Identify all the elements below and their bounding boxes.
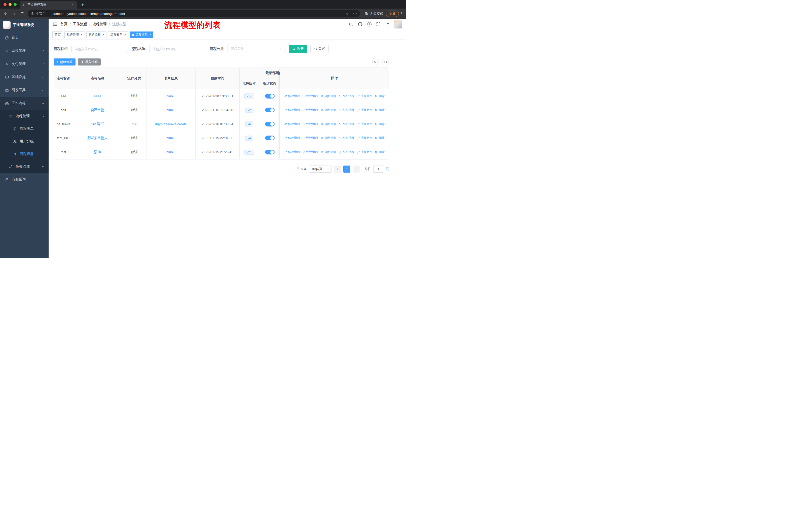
sidebar-item-user-group[interactable]: 用户分组 (0, 135, 49, 147)
close-icon[interactable] (102, 33, 105, 36)
process-name-link[interactable]: eeee (94, 94, 101, 98)
breadcrumb-item[interactable]: 首页 (60, 22, 67, 26)
process-name-input[interactable] (149, 45, 206, 53)
close-icon[interactable] (80, 33, 83, 36)
next-page-button[interactable] (353, 166, 360, 172)
form-info-link[interactable]: /bpm/oa/leave/create (155, 122, 187, 126)
op-edit-process[interactable]: 修改流程 (284, 150, 300, 154)
tab-close-icon[interactable] (70, 3, 75, 7)
op-design-process[interactable]: 设计流程 (302, 108, 318, 112)
menu-fold-icon[interactable] (52, 22, 57, 26)
sidebar-item-process-model[interactable]: 流程模型 (0, 147, 49, 160)
new-tab-button[interactable] (79, 1, 86, 8)
op-design-process[interactable]: 设计流程 (302, 94, 318, 98)
browser-tab[interactable]: 芋道管理系统 (20, 1, 77, 8)
github-icon[interactable] (358, 22, 362, 26)
tag-my-process[interactable]: 我的流程 (86, 31, 107, 38)
close-icon[interactable] (149, 33, 151, 36)
breadcrumb-item[interactable]: 流程管理 (93, 22, 107, 26)
maximize-window-button[interactable] (13, 3, 17, 6)
form-info-link[interactable]: biubiu (166, 150, 175, 154)
op-delete[interactable]: 删除 (375, 94, 385, 98)
op-process-definition[interactable]: 流程定义 (357, 94, 373, 98)
sidebar-item-dev-tools[interactable]: 研发工具 (0, 84, 49, 97)
active-toggle[interactable] (265, 136, 274, 140)
help-icon[interactable] (367, 22, 372, 26)
reset-button[interactable]: 重置 (310, 45, 329, 53)
active-toggle[interactable] (265, 150, 274, 155)
password-key-icon[interactable] (346, 12, 350, 16)
logo[interactable]: 芋道管理系统 (0, 19, 49, 31)
create-process-button[interactable]: + 新建流程 (54, 58, 76, 65)
op-publish-process[interactable]: 发布流程 (339, 150, 354, 154)
search-icon[interactable] (349, 22, 353, 26)
tag-home[interactable]: 首页 (52, 31, 63, 38)
minimize-window-button[interactable] (8, 3, 11, 6)
browser-menu-icon[interactable] (400, 11, 404, 16)
op-edit-process[interactable]: 修改流程 (284, 122, 300, 126)
page-size-select[interactable]: 10条/页 (309, 166, 332, 172)
sidebar-item-payment-management[interactable]: ¥ 支付管理 (0, 57, 49, 71)
sidebar-item-leave-query[interactable]: 请假查询 (0, 173, 49, 186)
sidebar-item-workflow[interactable]: 工作流程 (0, 97, 49, 110)
process-name-link[interactable]: 测试多审批人 (87, 136, 108, 140)
page-number-button[interactable]: 1 (343, 166, 350, 172)
reload-button[interactable] (18, 10, 26, 18)
tag-process-model-active[interactable]: 流程模型 (130, 31, 153, 38)
sidebar-item-task-management[interactable]: 任务管理 (0, 160, 49, 173)
active-toggle[interactable] (265, 94, 274, 99)
import-process-button[interactable]: 导入流程 (78, 58, 101, 65)
close-window-button[interactable] (3, 3, 6, 6)
form-info-link[interactable]: biubiu (166, 108, 175, 112)
op-edit-process[interactable]: 修改流程 (284, 108, 300, 112)
op-assign-rule[interactable]: 分配规则 (320, 122, 336, 126)
sidebar-item-process-form[interactable]: 流程表单 (0, 123, 49, 135)
process-name-link[interactable]: 滔博 (94, 150, 101, 155)
op-delete[interactable]: 删除 (375, 150, 385, 154)
op-assign-rule[interactable]: 分配规则 (320, 150, 336, 154)
tag-process-form[interactable]: 流程表单 (108, 31, 128, 38)
process-id-input[interactable] (71, 45, 128, 53)
op-assign-rule[interactable]: 分配规则 (320, 136, 336, 140)
op-edit-process[interactable]: 修改流程 (284, 136, 300, 140)
form-info-link[interactable]: biubiu (166, 136, 175, 140)
security-indicator[interactable]: 不安全 (31, 11, 48, 16)
op-design-process[interactable]: 设计流程 (302, 136, 318, 140)
category-select[interactable]: 流程分类 (228, 45, 285, 53)
bookmark-star-icon[interactable] (353, 12, 357, 16)
user-avatar[interactable] (394, 20, 402, 28)
op-publish-process[interactable]: 发布流程 (339, 108, 354, 112)
fullscreen-icon[interactable] (376, 22, 380, 26)
sidebar-item-infrastructure[interactable]: 基础设施 (0, 71, 49, 84)
sidebar-item-home[interactable]: 首页 (0, 31, 49, 44)
process-name-link[interactable]: OA 请假 (91, 122, 104, 126)
sidebar-item-system-management[interactable]: 系统管理 (0, 44, 49, 57)
active-toggle[interactable] (265, 122, 274, 127)
op-edit-process[interactable]: 修改流程 (284, 94, 300, 98)
op-assign-rule[interactable]: 分配规则 (320, 94, 336, 98)
op-publish-process[interactable]: 发布流程 (339, 136, 354, 140)
op-process-definition[interactable]: 流程定义 (357, 122, 373, 126)
op-process-definition[interactable]: 流程定义 (357, 108, 373, 112)
op-delete[interactable]: 删除 (375, 136, 385, 140)
op-publish-process[interactable]: 发布流程 (339, 94, 354, 98)
address-bar[interactable]: 不安全 dashboard.yudao.iocoder.cn/bpm/manag… (28, 10, 360, 17)
search-button[interactable]: 搜索 (289, 45, 307, 53)
op-design-process[interactable]: 设计流程 (302, 122, 318, 126)
op-delete[interactable]: 删除 (375, 108, 385, 112)
breadcrumb-item[interactable]: 工作流程 (73, 22, 87, 26)
op-design-process[interactable]: 设计流程 (302, 150, 318, 154)
goto-page-input[interactable] (373, 166, 383, 172)
op-process-definition[interactable]: 流程定义 (357, 150, 373, 154)
close-icon[interactable] (123, 33, 126, 36)
op-delete[interactable]: 删除 (375, 122, 385, 126)
active-toggle[interactable] (265, 108, 274, 112)
form-info-link[interactable]: biubiu (166, 94, 175, 98)
op-publish-process[interactable]: 发布流程 (339, 122, 354, 126)
back-button[interactable] (2, 10, 9, 18)
refresh-table-button[interactable] (382, 59, 389, 65)
prev-page-button[interactable] (334, 166, 341, 172)
sidebar-item-process-management[interactable]: 流程管理 (0, 110, 49, 123)
op-assign-rule[interactable]: 分配规则 (320, 108, 336, 112)
process-name-link[interactable]: 自己审批 (91, 108, 105, 112)
